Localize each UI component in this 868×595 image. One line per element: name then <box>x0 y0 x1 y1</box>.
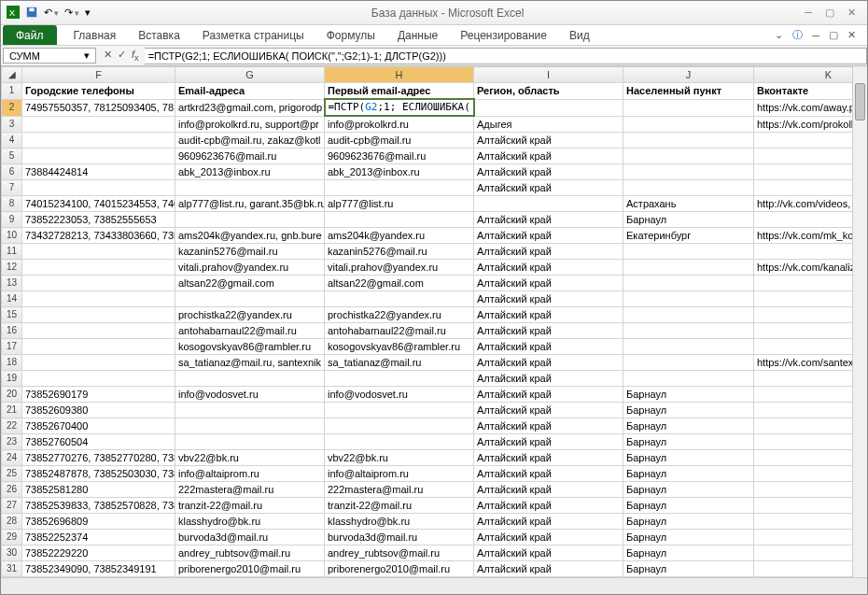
cell[interactable]: antohabarnaul22@mail.ru <box>175 323 325 339</box>
ribbon-minimize-icon[interactable]: ⌄ <box>775 29 783 41</box>
cell[interactable]: Барнаул <box>623 514 754 530</box>
cell[interactable]: abk_2013@inbox.ru <box>175 164 325 180</box>
tab-formulas[interactable]: Формулы <box>315 25 386 45</box>
row-header[interactable]: 14 <box>2 291 22 307</box>
cell[interactable]: Барнаул <box>623 418 754 434</box>
tab-file[interactable]: Файл <box>3 25 57 45</box>
row-header[interactable]: 10 <box>2 228 22 244</box>
cell[interactable]: Барнаул <box>623 498 754 514</box>
row-header[interactable]: 20 <box>2 387 22 403</box>
header-cell[interactable]: Городские телефоны <box>22 83 175 100</box>
row-header[interactable]: 23 <box>2 434 22 450</box>
cell[interactable]: 9609623676@mail.ru <box>325 149 474 164</box>
scrollbar-thumb[interactable] <box>855 83 865 120</box>
cell[interactable] <box>754 149 868 164</box>
cell[interactable]: info@altaiprom.ru <box>325 466 474 482</box>
row-header[interactable]: 29 <box>2 530 22 545</box>
row-header[interactable]: 30 <box>2 545 22 561</box>
cell[interactable] <box>325 418 474 434</box>
cell[interactable] <box>22 307 175 323</box>
cell[interactable] <box>623 116 754 133</box>
cell[interactable] <box>325 180 474 196</box>
cell[interactable]: vitali.prahov@yandex.ru <box>325 260 474 276</box>
cell[interactable]: info@prokolkrd.ru, support@pr <box>175 116 325 133</box>
col-header-F[interactable]: F <box>22 67 175 83</box>
cancel-formula-icon[interactable]: ✕ <box>104 49 112 63</box>
cell[interactable] <box>754 530 868 545</box>
cell[interactable]: kosogovskyav86@rambler.ru <box>325 339 474 355</box>
tab-view[interactable]: Вид <box>558 25 601 45</box>
row-header[interactable]: 27 <box>2 498 22 514</box>
cell[interactable]: Астрахань <box>623 196 754 212</box>
row-header[interactable]: 3 <box>2 116 22 133</box>
cell[interactable]: kosogovskyav86@rambler.ru <box>175 339 325 355</box>
window-close-icon[interactable]: ✕ <box>847 29 856 41</box>
cell[interactable] <box>325 434 474 450</box>
cell[interactable] <box>623 133 754 149</box>
cell[interactable] <box>623 149 754 164</box>
cell[interactable]: tranzit-22@mail.ru <box>325 498 474 514</box>
save-icon[interactable] <box>25 6 38 21</box>
cell[interactable]: 73852229220 <box>22 545 175 561</box>
cell[interactable]: alp777@list.ru, garant.35@bk.ru <box>175 196 325 212</box>
cell[interactable] <box>754 133 868 149</box>
cell[interactable]: alp777@list.ru <box>325 196 474 212</box>
cell[interactable]: Алтайский край <box>474 387 623 403</box>
undo-icon[interactable]: ↶ <box>44 7 59 19</box>
name-box[interactable]: СУММ ▾ <box>3 48 96 64</box>
cell[interactable] <box>175 291 325 307</box>
cell[interactable] <box>754 323 868 339</box>
col-header-G[interactable]: G <box>175 67 325 83</box>
row-header[interactable]: 31 <box>2 561 22 577</box>
cell[interactable] <box>623 355 754 371</box>
cell[interactable]: Барнаул <box>623 212 754 228</box>
cell[interactable] <box>754 164 868 180</box>
cell[interactable]: Алтайский край <box>474 530 623 545</box>
cell[interactable]: http://vk.com/videos, ht <box>754 196 868 212</box>
cell[interactable]: tranzit-22@mail.ru <box>175 498 325 514</box>
close-icon[interactable]: ✕ <box>847 7 856 19</box>
row-header[interactable]: 12 <box>2 260 22 276</box>
cell[interactable]: Алтайский край <box>474 514 623 530</box>
cell[interactable] <box>623 276 754 291</box>
cell[interactable]: Алтайский край <box>474 418 623 434</box>
cell[interactable]: Алтайский край <box>474 276 623 291</box>
cell[interactable] <box>623 339 754 355</box>
cell[interactable]: Барнаул <box>623 450 754 466</box>
cell[interactable]: altsan22@gmail.com <box>325 276 474 291</box>
cell[interactable]: 73852539833, 73852570828, 7385 <box>22 498 175 514</box>
header-cell[interactable]: Email-адреса <box>175 83 325 100</box>
cell[interactable] <box>754 482 868 498</box>
cell[interactable]: ams204k@yandex.ru, gnb.bure <box>175 228 325 244</box>
cell[interactable]: Барнаул <box>623 545 754 561</box>
cell[interactable]: 73432728213, 73433803660, 7351 <box>22 228 175 244</box>
tab-page-layout[interactable]: Разметка страницы <box>191 25 315 45</box>
name-box-dropdown-icon[interactable]: ▾ <box>84 50 90 62</box>
cell[interactable] <box>754 371 868 387</box>
cell[interactable]: antohabarnaul22@mail.ru <box>325 323 474 339</box>
cell[interactable]: Алтайский край <box>474 371 623 387</box>
cell[interactable]: Барнаул <box>623 561 754 577</box>
cell[interactable] <box>623 260 754 276</box>
cell[interactable]: vbv22@bk.ru <box>325 450 474 466</box>
cell[interactable] <box>754 498 868 514</box>
cell[interactable] <box>325 371 474 387</box>
cell[interactable] <box>22 116 175 133</box>
cell[interactable] <box>175 434 325 450</box>
cell[interactable] <box>754 276 868 291</box>
cell[interactable] <box>175 403 325 418</box>
cell[interactable]: 73852252374 <box>22 530 175 545</box>
row-header[interactable]: 16 <box>2 323 22 339</box>
cell[interactable]: https://vk.com/away.ph <box>754 99 868 116</box>
header-cell[interactable]: Вконтакте <box>754 83 868 100</box>
cell[interactable]: Алтайский край <box>474 260 623 276</box>
cell[interactable] <box>754 466 868 482</box>
cell[interactable]: Барнаул <box>623 530 754 545</box>
cell[interactable] <box>175 371 325 387</box>
row-header[interactable]: 2 <box>2 99 22 116</box>
cell[interactable] <box>623 323 754 339</box>
cell[interactable]: andrey_rubtsov@mail.ru <box>325 545 474 561</box>
cell[interactable]: audit-cpb@mail.ru <box>325 133 474 149</box>
cell[interactable]: klasshydro@bk.ru <box>175 514 325 530</box>
cell[interactable]: Барнаул <box>623 482 754 498</box>
